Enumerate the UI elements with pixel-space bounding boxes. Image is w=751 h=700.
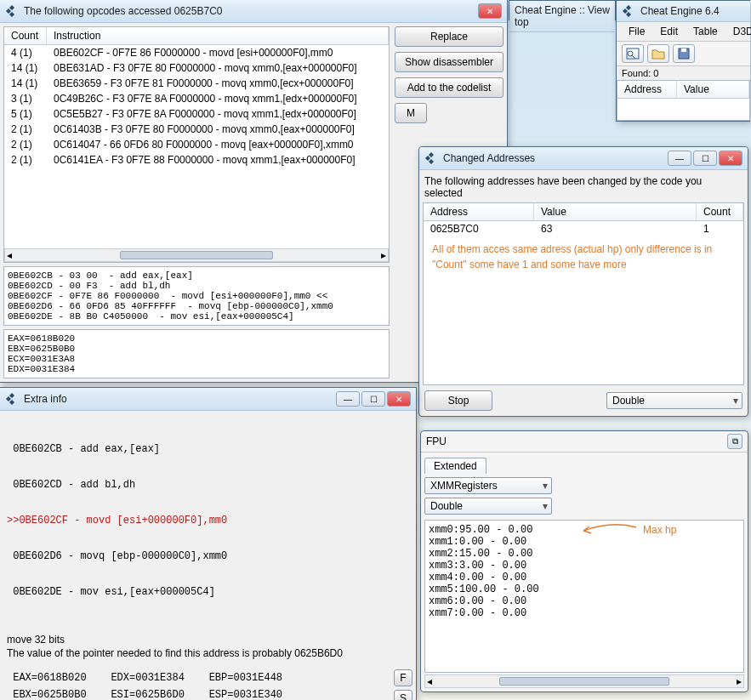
cell-instruction: 0C61403B - F3 0F7E 80 F0000000 - movq xm… [47,122,389,136]
xmm-registers-select[interactable]: XMMRegisters [424,477,552,494]
save-icon[interactable] [673,44,695,63]
cell-count: 2 (1) [4,122,47,136]
toolbar [617,42,750,66]
xmm-type-select[interactable]: Double [424,498,552,515]
ce-icon [5,4,19,18]
close-button[interactable]: ✕ [478,3,502,19]
scroll-left-icon[interactable]: ◂ [427,675,432,687]
fpu-tab-extended[interactable]: Extended [424,458,486,474]
disasm-preview: 0BE602CB - 03 00 - add eax,[eax] 0BE602C… [3,266,390,326]
hscrollbar[interactable]: ◂ ▸ [424,674,744,688]
table-row[interactable]: 4 (1)0BE602CF - 0F7E 86 F0000000 - movd … [4,45,389,60]
col-count[interactable]: Count [4,27,47,44]
cell-count: 4 (1) [4,46,47,60]
cell-count[interactable]: 1 [697,222,743,236]
stack-button[interactable]: S [394,690,412,700]
expand-icon[interactable]: ⧉ [727,434,742,449]
arrow-icon [578,522,638,538]
changed-table: Address Value Count 0625B7C0 63 1 All of… [423,202,744,385]
col-value[interactable]: Value [534,203,697,220]
ce-icon [622,4,635,18]
disasm-line: 0BE602DE - mov esi,[eax+000005C4] [7,586,409,598]
registers-block: EAX=0618B020 EDX=0031E384 EBP=0031E448 E… [3,668,389,700]
fpu-title: FPU [426,435,727,447]
maximize-button[interactable]: ☐ [693,151,717,166]
hscrollbar[interactable]: ◂ ▸ [4,248,389,262]
max-hp-annotation: Max hp [643,524,676,536]
fpu-window: FPU ⧉ Extended XMMRegisters Double xmm0:… [420,430,748,692]
cell-value[interactable]: 63 [534,222,697,236]
cheat-engine-main-window: Cheat Engine 6.4 File Edit Table D3D H F… [616,0,750,122]
minimize-button[interactable]: — [668,151,691,166]
open-folder-icon[interactable] [647,44,669,63]
ce-main-title: Cheat Engine 6.4 [640,5,745,17]
forum-tab-title: Cheat Engine :: View top [515,4,610,28]
cell-instruction: 0C49B26C - F3 0F7E 8A F0000000 - movq xm… [47,92,389,105]
table-row[interactable]: 14 (1)0BE63659 - F3 0F7E 81 F0000000 - m… [4,76,389,91]
changed-title: Changed Addresses [443,152,663,164]
minimize-button[interactable]: — [336,391,360,407]
changed-addresses-window: Changed Addresses — ☐ ✕ The following ad… [418,146,748,417]
registers-preview: EAX=0618B020 EBX=0625B0B0 ECX=0031E3A8 E… [3,329,390,378]
cell-instruction: 0C5E5B27 - F3 0F7E 8A F0000000 - movq xm… [47,107,389,121]
col-count[interactable]: Count [697,203,743,220]
menubar: File Edit Table D3D H [617,22,750,42]
maximize-button[interactable]: ☐ [361,391,385,407]
cell-count: 14 (1) [4,77,47,90]
svg-rect-4 [681,48,686,52]
table-row[interactable]: 5 (1)0C5E5B27 - F3 0F7E 8A F0000000 - mo… [4,106,389,122]
scroll-left-icon[interactable]: ◂ [7,249,12,261]
disasm-line: 0BE602CB - add eax,[eax] [7,443,409,455]
table-row[interactable]: 14 (1)0BE631AD - F3 0F7E 80 F0000000 - m… [4,60,389,76]
cell-count: 14 (1) [4,61,47,75]
disasm-line: 0BE602D6 - movq [ebp-000000C0],xmm0 [7,550,409,562]
pointer-hint-label: The value of the pointer needed to find … [3,647,412,668]
results-table: Address Value [617,80,750,121]
table-row[interactable]: 2 (1)0C61403B - F3 0F7E 80 F0000000 - mo… [4,122,389,137]
value-type-select[interactable]: Double [606,392,742,409]
disasm-line-highlight: >>0BE602CF - movd [esi+000000F0],mm0 [7,515,409,526]
menu-edit[interactable]: Edit [653,24,685,39]
extra-info-window: Extra info — ☐ ✕ 0BE602CB - add eax,[eax… [0,387,417,700]
cell-instruction: 0BE631AD - F3 0F7E 80 F0000000 - movq xm… [47,61,389,75]
close-button[interactable]: ✕ [387,391,411,407]
cell-instruction: 0BE63659 - F3 0F7E 81 F0000000 - movq xm… [47,77,389,90]
stop-button[interactable]: Stop [424,390,492,411]
col-value[interactable]: Value [677,81,749,98]
cell-instruction: 0C6141EA - F3 0F7E 88 F0000000 - movq xm… [47,153,389,167]
svg-line-2 [632,55,635,59]
xmm-registers-dump: xmm0:95.00 - 0.00 xmm1:0.00 - 0.00 xmm2:… [429,524,740,619]
menu-table[interactable]: Table [686,24,725,39]
found-label: Found: 0 [617,66,750,80]
open-process-icon[interactable] [622,44,644,63]
cell-instruction: 0BE602CF - 0F7E 86 F0000000 - movd [esi+… [47,46,389,60]
cell-instruction: 0C614047 - 66 0FD6 80 F0000000 - movq [e… [47,138,389,151]
table-row[interactable]: 2 (1)0C614047 - 66 0FD6 80 F0000000 - mo… [4,137,389,152]
cell-count: 2 (1) [4,153,47,167]
move-bits-label: move 32 bits [3,627,412,647]
more-button[interactable]: M [395,103,427,123]
scroll-right-icon[interactable]: ▸ [737,675,742,687]
cell-count: 5 (1) [4,107,47,121]
menu-d3d[interactable]: D3D [726,24,751,39]
cell-count: 2 (1) [4,138,47,151]
show-disassembler-button[interactable]: Show disassembler [395,52,504,72]
add-to-codelist-button[interactable]: Add to the codelist [395,77,504,98]
disasm-line: 0BE602CD - add bl,dh [7,479,409,491]
table-row[interactable]: 3 (1)0C49B26C - F3 0F7E 8A F0000000 - mo… [4,91,389,106]
ce-icon [5,392,19,406]
extra-title: Extra info [24,393,331,405]
cell-count: 3 (1) [4,92,47,105]
cell-address[interactable]: 0625B7C0 [424,222,534,236]
col-instruction[interactable]: Instruction [47,27,389,44]
col-address[interactable]: Address [617,81,677,98]
replace-button[interactable]: Replace [395,26,504,47]
table-row[interactable]: 2 (1)0C6141EA - F3 0F7E 88 F0000000 - mo… [4,152,389,168]
menu-file[interactable]: File [622,24,651,39]
table-row: 0625B7C0 63 1 [424,221,743,236]
col-address[interactable]: Address [424,203,534,220]
scroll-right-icon[interactable]: ▸ [381,249,386,261]
close-button[interactable]: ✕ [719,151,742,166]
changed-description: The following addresses have been change… [423,174,744,202]
float-button[interactable]: F [394,669,412,686]
